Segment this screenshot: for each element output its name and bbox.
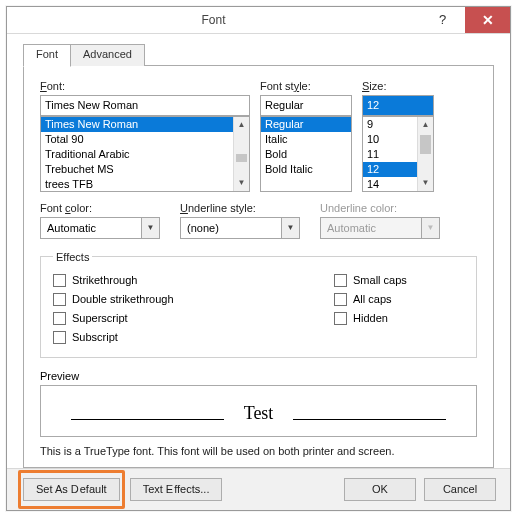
- font-label: Font:: [40, 80, 250, 92]
- tab-strip: Font Advanced: [23, 44, 494, 66]
- fontstyle-input[interactable]: [260, 95, 352, 116]
- effects-legend: Effects: [53, 251, 92, 263]
- cancel-button[interactable]: Cancel: [424, 478, 496, 501]
- checkbox-allcaps[interactable]: All caps: [334, 290, 464, 309]
- font-item[interactable]: Trebuchet MS: [41, 162, 233, 177]
- preview-box: Test: [40, 385, 477, 437]
- font-item[interactable]: Traditional Arabic: [41, 147, 233, 162]
- size-item[interactable]: 9: [363, 117, 417, 132]
- font-item[interactable]: Times New Roman: [41, 117, 233, 132]
- chevron-down-icon: ▼: [281, 218, 299, 238]
- underlinecolor-combo: Automatic ▼: [320, 217, 440, 239]
- fontcolor-label: Font color:: [40, 202, 160, 214]
- scroll-down-icon[interactable]: ▼: [418, 175, 433, 191]
- checkbox-superscript[interactable]: Superscript: [53, 309, 324, 328]
- tab-advanced[interactable]: Advanced: [71, 44, 145, 66]
- fontstyle-listbox[interactable]: Regular Italic Bold Bold Italic: [260, 116, 352, 192]
- font-item[interactable]: Total 90: [41, 132, 233, 147]
- size-item[interactable]: 10: [363, 132, 417, 147]
- help-button[interactable]: ?: [420, 7, 465, 33]
- size-label: Size:: [362, 80, 434, 92]
- checkbox-hidden[interactable]: Hidden: [334, 309, 464, 328]
- preview-rule: [71, 419, 224, 420]
- preview-label: Preview: [40, 370, 477, 382]
- tab-font[interactable]: Font: [23, 44, 71, 67]
- checkbox-subscript[interactable]: Subscript: [53, 328, 324, 347]
- close-icon: ✕: [482, 12, 494, 28]
- size-list-scrollbar[interactable]: ▲ ▼: [417, 117, 433, 191]
- underlinestyle-combo[interactable]: (none) ▼: [180, 217, 300, 239]
- font-input[interactable]: [40, 95, 250, 116]
- size-item[interactable]: 11: [363, 147, 417, 162]
- fontstyle-label: Font style:: [260, 80, 352, 92]
- scroll-up-icon[interactable]: ▲: [418, 117, 433, 133]
- dialog-title: Font: [7, 7, 420, 33]
- ok-button[interactable]: OK: [344, 478, 416, 501]
- style-item[interactable]: Bold: [261, 147, 351, 162]
- font-item[interactable]: trees TFB: [41, 177, 233, 191]
- font-list-scrollbar[interactable]: ▲ ▼: [233, 117, 249, 191]
- scroll-up-icon[interactable]: ▲: [234, 117, 249, 133]
- font-dialog: Font ? ✕ Font Advanced Font:: [6, 6, 511, 511]
- close-button[interactable]: ✕: [465, 7, 510, 33]
- checkbox-smallcaps[interactable]: Small caps: [334, 271, 464, 290]
- scroll-down-icon[interactable]: ▼: [234, 175, 249, 191]
- size-item[interactable]: 14: [363, 177, 417, 191]
- preview-sample-text: Test: [238, 403, 280, 424]
- preview-rule: [293, 419, 446, 420]
- style-item[interactable]: Regular: [261, 117, 351, 132]
- chevron-down-icon: ▼: [421, 218, 439, 238]
- font-listbox[interactable]: Times New Roman Total 90 Traditional Ara…: [40, 116, 250, 192]
- font-note: This is a TrueType font. This font will …: [40, 445, 477, 457]
- chevron-down-icon: ▼: [141, 218, 159, 238]
- size-listbox[interactable]: 9 10 11 12 14 ▲ ▼: [362, 116, 434, 192]
- checkbox-strikethrough[interactable]: Strikethrough: [53, 271, 324, 290]
- underlinecolor-label: Underline color:: [320, 202, 440, 214]
- size-input[interactable]: [362, 95, 434, 116]
- style-item[interactable]: Bold Italic: [261, 162, 351, 177]
- underlinestyle-label: Underline style:: [180, 202, 300, 214]
- checkbox-double-strikethrough[interactable]: Double strikethrough: [53, 290, 324, 309]
- fontcolor-combo[interactable]: Automatic ▼: [40, 217, 160, 239]
- style-item[interactable]: Italic: [261, 132, 351, 147]
- text-effects-button[interactable]: Text Effects...: [130, 478, 223, 501]
- effects-group: Effects Strikethrough Double strikethrou…: [40, 251, 477, 358]
- dialog-footer: Set As Default Text Effects... OK Cancel: [7, 468, 510, 510]
- set-as-default-button[interactable]: Set As Default: [23, 478, 120, 501]
- titlebar: Font ? ✕: [7, 7, 510, 34]
- size-item[interactable]: 12: [363, 162, 417, 177]
- tab-pane-font: Font: Times New Roman Total 90 Tradition…: [23, 66, 494, 468]
